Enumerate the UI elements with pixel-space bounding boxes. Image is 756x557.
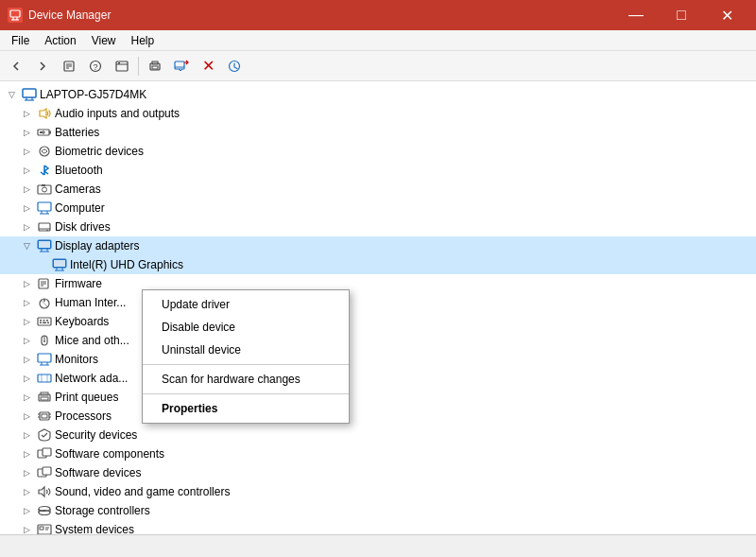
- print-button[interactable]: [143, 54, 167, 78]
- list-item[interactable]: ▽ Display adapters: [0, 236, 756, 255]
- list-item[interactable]: ▷ Monitors: [0, 350, 756, 369]
- svg-point-41: [46, 230, 48, 232]
- list-item[interactable]: ▷ Computer: [0, 199, 756, 218]
- mice-icon: [37, 333, 52, 348]
- svg-point-33: [43, 187, 47, 192]
- expand-firmware[interactable]: ▷: [19, 276, 34, 291]
- list-item[interactable]: ▷ Storage controllers: [0, 501, 756, 520]
- expand-keyboard[interactable]: ▷: [19, 314, 34, 329]
- bluetooth-icon: [37, 163, 52, 178]
- menu-file[interactable]: File: [4, 32, 37, 49]
- minimize-button[interactable]: —: [614, 0, 658, 30]
- menu-bar: File Action View Help: [0, 30, 756, 51]
- expand-sw-components[interactable]: ▷: [19, 446, 34, 461]
- list-item[interactable]: ▷ Network ada...: [0, 369, 756, 388]
- svg-rect-34: [42, 184, 45, 186]
- audio-icon: [37, 106, 52, 121]
- sound-icon: [37, 484, 52, 499]
- menu-view[interactable]: View: [84, 32, 124, 49]
- list-item[interactable]: ▷ Print queues: [0, 388, 756, 407]
- toolbar-separator: [138, 57, 139, 76]
- list-item[interactable]: ▷ Security devices: [0, 426, 756, 444]
- svg-rect-0: [10, 10, 20, 17]
- expand-system[interactable]: ▷: [19, 522, 34, 534]
- expand-sw-devices[interactable]: ▷: [19, 465, 34, 480]
- list-item[interactable]: ▷ Keyboards: [0, 312, 756, 331]
- ctx-scan-hardware[interactable]: Scan for hardware changes: [143, 368, 349, 391]
- expand-monitors[interactable]: ▷: [19, 352, 34, 367]
- expand-display[interactable]: ▽: [19, 238, 34, 253]
- close-button[interactable]: ✕: [705, 0, 748, 30]
- list-item[interactable]: ▷ Firmware: [0, 274, 756, 293]
- tree-processors-label: Processors: [55, 409, 112, 423]
- scan-button[interactable]: [110, 54, 134, 78]
- expand-audio[interactable]: ▷: [19, 106, 34, 121]
- list-item[interactable]: ▷ Biometric devices: [0, 142, 756, 161]
- maximize-button[interactable]: □: [660, 0, 703, 30]
- firmware-icon: [37, 276, 52, 291]
- update-driver-button[interactable]: [169, 54, 194, 78]
- back-button[interactable]: [4, 54, 28, 78]
- list-item[interactable]: Intel(R) UHD Graphics: [0, 255, 756, 274]
- expand-disk[interactable]: ▷: [19, 219, 34, 235]
- ctx-update-driver[interactable]: Update driver: [143, 293, 349, 316]
- menu-help[interactable]: Help: [124, 32, 163, 49]
- svg-rect-86: [43, 448, 51, 456]
- expand-processors[interactable]: ▷: [19, 409, 34, 424]
- ctx-uninstall-device[interactable]: Uninstall device: [143, 339, 349, 361]
- sw-devices-icon: [37, 465, 52, 480]
- expand-sound[interactable]: ▷: [19, 484, 34, 499]
- tree-root[interactable]: ▽ LAPTOP-GJ57D4MK: [0, 85, 756, 104]
- expand-biometric[interactable]: ▷: [19, 144, 34, 159]
- list-item[interactable]: ▷ Mice and oth...: [0, 331, 756, 350]
- list-item[interactable]: ▷ Sound, video and game controllers: [0, 482, 756, 501]
- list-item[interactable]: ▷ Batteries: [0, 123, 756, 142]
- expand-batteries[interactable]: ▷: [19, 125, 34, 140]
- list-item[interactable]: ▷ Cameras: [0, 180, 756, 199]
- svg-rect-14: [152, 66, 158, 69]
- svg-rect-39: [39, 223, 50, 231]
- properties-button[interactable]: [57, 54, 81, 78]
- ctx-disable-device[interactable]: Disable device: [143, 316, 349, 339]
- device-tree[interactable]: ▽ LAPTOP-GJ57D4MK ▷ Audio: [0, 81, 756, 534]
- monitors-icon: [37, 352, 52, 367]
- expand-storage[interactable]: ▷: [19, 503, 34, 518]
- expand-security[interactable]: ▷: [19, 427, 34, 443]
- list-item[interactable]: ▷ Bluetooth: [0, 161, 756, 180]
- list-item[interactable]: ▷ System devices: [0, 520, 756, 534]
- uninstall-button[interactable]: ✕: [196, 54, 220, 78]
- keyboard-icon: [37, 314, 52, 329]
- expand-hid[interactable]: ▷: [19, 295, 34, 310]
- ctx-properties[interactable]: Properties: [143, 397, 349, 420]
- window-controls: — □ ✕: [614, 0, 748, 30]
- list-item[interactable]: ▷ Software devices: [0, 463, 756, 482]
- menu-action[interactable]: Action: [37, 32, 83, 49]
- expand-network[interactable]: ▷: [19, 371, 34, 386]
- list-item[interactable]: ▷ Software components: [0, 444, 756, 463]
- list-item[interactable]: ▷ Human Inter...: [0, 293, 756, 312]
- tree-sw-components-label: Software components: [55, 447, 164, 461]
- svg-rect-95: [40, 527, 43, 530]
- ctx-separator-2: [143, 393, 349, 394]
- forward-button[interactable]: [30, 54, 55, 78]
- expand-bluetooth[interactable]: ▷: [19, 163, 34, 178]
- list-item[interactable]: ▷ Disk drives: [0, 218, 756, 236]
- help-button[interactable]: ?: [83, 54, 108, 78]
- svg-rect-77: [41, 397, 48, 400]
- list-item[interactable]: ▷ Processors: [0, 407, 756, 426]
- svg-rect-43: [39, 241, 50, 248]
- computer-item-icon: [37, 200, 52, 216]
- expand-cameras[interactable]: ▷: [19, 182, 34, 197]
- tree-storage-label: Storage controllers: [55, 504, 150, 517]
- scan-hardware-button[interactable]: [222, 54, 247, 78]
- svg-rect-88: [43, 467, 51, 475]
- expand-mice[interactable]: ▷: [19, 333, 34, 348]
- expand-computer[interactable]: ▷: [19, 200, 34, 216]
- storage-icon: [37, 503, 52, 518]
- expand-root[interactable]: ▽: [4, 87, 19, 102]
- expand-print[interactable]: ▷: [19, 390, 34, 405]
- tree-monitors-label: Monitors: [55, 353, 98, 366]
- tree-biometric-label: Biometric devices: [55, 145, 144, 158]
- list-item[interactable]: ▷ Audio inputs and outputs: [0, 104, 756, 123]
- svg-rect-59: [38, 318, 51, 325]
